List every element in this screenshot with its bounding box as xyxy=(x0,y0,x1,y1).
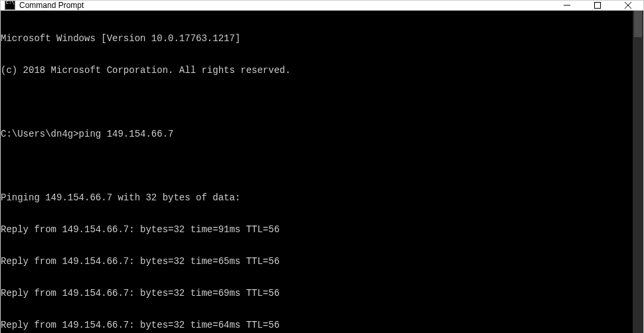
scrollbar-thumb[interactable] xyxy=(634,11,642,37)
cmd-icon xyxy=(5,1,15,10)
terminal-line xyxy=(1,97,633,107)
terminal-line: Reply from 149.154.66.7: bytes=32 time=6… xyxy=(1,288,633,299)
window-title: Command Prompt xyxy=(19,1,84,10)
terminal-output[interactable]: Microsoft Windows [Version 10.0.17763.12… xyxy=(1,11,633,333)
terminal-wrapper: Microsoft Windows [Version 10.0.17763.12… xyxy=(1,11,643,333)
terminal-line: Reply from 149.154.66.7: bytes=32 time=6… xyxy=(1,320,633,330)
terminal-line: (c) 2018 Microsoft Corporation. All righ… xyxy=(1,65,633,76)
terminal-line: Microsoft Windows [Version 10.0.17763.12… xyxy=(1,33,633,44)
maximize-button[interactable] xyxy=(582,1,613,10)
window-controls xyxy=(552,1,643,10)
minimize-button[interactable] xyxy=(552,1,582,10)
terminal-line xyxy=(1,161,633,171)
close-button[interactable] xyxy=(613,1,643,10)
terminal-line: Reply from 149.154.66.7: bytes=32 time=9… xyxy=(1,224,633,235)
titlebar[interactable]: Command Prompt xyxy=(1,1,643,11)
svg-rect-1 xyxy=(595,3,601,9)
scrollbar[interactable] xyxy=(633,11,643,333)
terminal-line: Reply from 149.154.66.7: bytes=32 time=6… xyxy=(1,256,633,267)
close-icon xyxy=(625,2,631,9)
terminal-line: C:\Users\dn4g>ping 149.154.66.7 xyxy=(1,129,633,139)
maximize-icon xyxy=(594,2,601,9)
command-prompt-window: Command Prompt Microsoft Windows [Versio… xyxy=(0,0,644,333)
minimize-icon xyxy=(564,2,570,9)
terminal-line: Pinging 149.154.66.7 with 32 bytes of da… xyxy=(1,192,633,203)
